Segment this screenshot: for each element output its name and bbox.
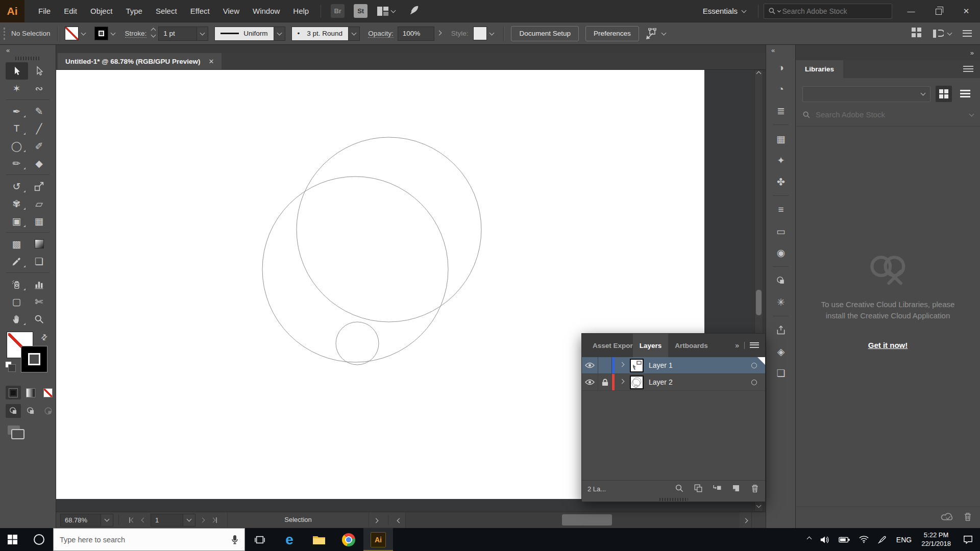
style-swatch[interactable]: [473, 27, 487, 40]
vertical-scroll-thumb[interactable]: [756, 290, 762, 315]
eyedropper-tool[interactable]: [6, 253, 28, 270]
minimize-button[interactable]: —: [897, 0, 925, 22]
stroke-weight-dropdown[interactable]: [197, 27, 208, 41]
layer-thumbnail[interactable]: [630, 359, 644, 372]
ellipse-tool[interactable]: ◯: [6, 137, 28, 155]
arrange-documents-icon[interactable]: [377, 7, 395, 16]
artwork-circle-1[interactable]: [297, 137, 481, 322]
visibility-toggle[interactable]: [582, 357, 598, 373]
transparency-icon[interactable]: [766, 270, 796, 291]
clipping-mask-icon[interactable]: [694, 484, 703, 494]
eraser-tool[interactable]: ◆: [28, 155, 51, 172]
opacity-label[interactable]: Opacity:: [368, 30, 394, 38]
artboard-tool[interactable]: ▢: [6, 293, 28, 310]
last-artboard-icon[interactable]: [211, 517, 217, 523]
layers-resize-grip[interactable]: [582, 497, 765, 502]
zoom-level[interactable]: 68.78%: [60, 514, 101, 527]
expand-panels-icon[interactable]: «: [766, 45, 795, 57]
layers-dock-icon[interactable]: ◈: [766, 341, 796, 362]
artwork-circle-3[interactable]: [336, 322, 379, 365]
next-artboard-icon[interactable]: [201, 517, 204, 523]
perspective-grid-tool[interactable]: ▦: [28, 212, 51, 230]
panel-grip[interactable]: [4, 28, 5, 40]
menu-view[interactable]: View: [216, 0, 246, 22]
profile-dropdown[interactable]: [274, 27, 285, 41]
draw-normal-button[interactable]: [6, 404, 21, 418]
expand-tabs-icon[interactable]: »: [735, 341, 739, 349]
document-tab[interactable]: Untitled-1* @ 68.78% (RGB/GPU Preview) ✕: [58, 53, 222, 69]
magic-wand-tool[interactable]: ✶: [6, 80, 28, 97]
microphone-icon[interactable]: [231, 535, 238, 544]
gradient-tool[interactable]: [28, 235, 51, 253]
chrome-button[interactable]: [334, 528, 363, 551]
asset-export-icon[interactable]: [766, 319, 796, 341]
symbol-sprayer-tool[interactable]: [6, 276, 28, 293]
stroke-panel-icon[interactable]: ≣: [766, 100, 796, 121]
default-fill-stroke-icon[interactable]: [5, 361, 12, 368]
fill-color-swatch[interactable]: [65, 27, 79, 40]
scroll-right-icon[interactable]: [744, 516, 747, 524]
tools-grip[interactable]: [15, 57, 41, 60]
menu-window[interactable]: Window: [246, 0, 286, 22]
free-transform-tool[interactable]: ▱: [28, 195, 51, 212]
scale-tool[interactable]: [28, 178, 51, 195]
restore-button[interactable]: [925, 0, 952, 22]
pen-icon[interactable]: [873, 528, 892, 551]
menu-select[interactable]: Select: [149, 0, 184, 22]
menu-file[interactable]: File: [32, 0, 57, 22]
color-guide-icon[interactable]: ◔: [766, 79, 796, 100]
cortana-button[interactable]: [24, 528, 53, 551]
delete-library-icon[interactable]: [963, 512, 972, 523]
zoom-dropdown[interactable]: [101, 514, 113, 527]
tab-asset-export[interactable]: Asset Expor: [586, 334, 633, 357]
gpu-performance-icon[interactable]: [408, 5, 420, 18]
document-setup-button[interactable]: Document Setup: [511, 26, 579, 41]
curvature-tool[interactable]: ✎: [28, 103, 51, 120]
links-icon[interactable]: ▭: [766, 220, 796, 242]
adobe-stock-icon[interactable]: St: [354, 4, 368, 18]
line-segment-tool[interactable]: ╱: [28, 120, 51, 137]
stock-search-input[interactable]: [782, 7, 888, 15]
layer-row-2[interactable]: Layer 2: [582, 374, 765, 391]
libraries-menu-icon[interactable]: [963, 66, 973, 72]
stroke-weight-value[interactable]: 1 pt: [158, 27, 197, 41]
gradient-panel-icon[interactable]: ◉: [766, 242, 796, 263]
status-flyout-icon[interactable]: [374, 516, 378, 524]
volume-icon[interactable]: [816, 528, 834, 551]
mesh-tool[interactable]: ▩: [6, 235, 28, 253]
tab-layers[interactable]: Layers: [633, 334, 669, 357]
layer-thumbnail[interactable]: [630, 375, 644, 389]
stroke-swatch[interactable]: [21, 346, 47, 372]
appearance-icon[interactable]: ✳: [766, 291, 796, 313]
shaper-tool[interactable]: ✏: [6, 155, 28, 172]
menu-object[interactable]: Object: [84, 0, 119, 22]
lock-toggle[interactable]: [598, 357, 612, 373]
symbols-icon[interactable]: ✤: [766, 171, 796, 192]
taskbar-search[interactable]: [53, 528, 245, 551]
grid-view-icon[interactable]: [912, 28, 921, 39]
draw-behind-button[interactable]: [23, 404, 38, 418]
delete-layer-icon[interactable]: [750, 484, 760, 494]
zoom-tool[interactable]: [28, 310, 51, 328]
visibility-toggle[interactable]: [582, 374, 598, 390]
isolate-selection-icon[interactable]: [646, 28, 666, 39]
status-indicator[interactable]: Selection: [227, 512, 369, 528]
gradient-button[interactable]: [23, 386, 38, 399]
first-artboard-icon[interactable]: [129, 517, 135, 523]
panel-menu-icon[interactable]: [963, 30, 972, 37]
width-tool[interactable]: ✾: [6, 195, 28, 212]
close-document-icon[interactable]: ✕: [208, 58, 214, 65]
collapse-tools-icon[interactable]: «: [0, 45, 56, 54]
new-sublayer-icon[interactable]: [713, 484, 722, 494]
artwork-circle-2[interactable]: [262, 177, 448, 362]
color-icon[interactable]: ◑: [766, 57, 796, 79]
column-graph-tool[interactable]: [28, 276, 51, 293]
scroll-up-icon[interactable]: [756, 71, 762, 77]
opacity-flyout[interactable]: [434, 27, 444, 40]
workspace-switcher[interactable]: Essentials: [703, 7, 746, 15]
stroke-weight-stepper[interactable]: [152, 30, 155, 37]
brush-definition[interactable]: •3 pt. Round: [291, 27, 349, 41]
slice-tool[interactable]: ✄: [28, 293, 51, 310]
horizontal-scroll-thumb[interactable]: [562, 514, 612, 525]
direct-selection-tool[interactable]: [28, 62, 51, 80]
